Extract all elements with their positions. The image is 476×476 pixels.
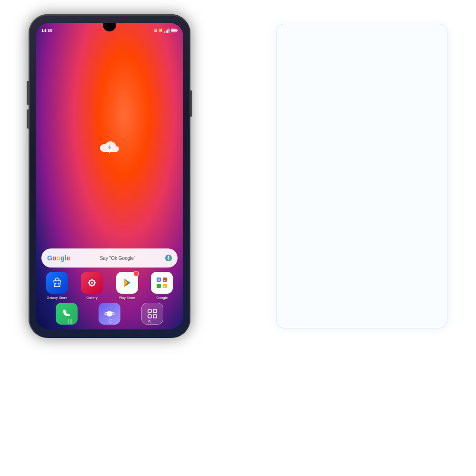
- gallery-app[interactable]: Gallery: [78, 272, 106, 300]
- svg-point-14: [91, 285, 93, 287]
- wifi-icon: 📶: [159, 29, 163, 32]
- phone: 14:50 🖼 📶: [29, 14, 190, 338]
- galaxy-store-icon[interactable]: [46, 272, 68, 294]
- cloud-icon: +: [99, 139, 120, 157]
- svg-point-12: [91, 282, 93, 284]
- svg-point-13: [91, 279, 93, 281]
- back-button[interactable]: <: [148, 317, 152, 325]
- svg-rect-2: [177, 30, 178, 31]
- gallery-label: Gallery: [86, 296, 98, 300]
- svg-text:▶: ▶: [164, 279, 166, 282]
- power-button[interactable]: [190, 90, 192, 117]
- svg-point-17: [89, 280, 91, 282]
- app-row-1: Galaxy Store: [36, 272, 183, 300]
- google-label: Google: [156, 296, 168, 300]
- chevron-up-icon[interactable]: [105, 248, 114, 256]
- svg-rect-6: [168, 256, 169, 258]
- volume-up-button[interactable]: [27, 81, 29, 105]
- google-icon[interactable]: G ▶ 📍 ▶: [151, 272, 173, 294]
- google-app[interactable]: G ▶ 📍 ▶ Google: [148, 272, 176, 300]
- battery-icon: [171, 29, 178, 32]
- recent-apps-button[interactable]: |||: [68, 318, 73, 324]
- signal-icon: [164, 29, 169, 33]
- nav-bar: ||| ○ <: [36, 312, 183, 329]
- svg-point-19: [89, 284, 91, 286]
- svg-text:G: G: [159, 279, 160, 282]
- svg-text:+: +: [108, 143, 111, 151]
- galaxy-store-app[interactable]: Galaxy Store: [43, 272, 71, 300]
- svg-text:▶: ▶: [164, 285, 166, 288]
- galaxy-store-label: Galaxy Store: [47, 296, 67, 300]
- volume-down-button[interactable]: [27, 109, 29, 129]
- svg-point-16: [94, 282, 96, 284]
- play-store-icon[interactable]: [116, 272, 138, 294]
- svg-point-10: [58, 283, 59, 285]
- mic-icon[interactable]: [165, 255, 172, 261]
- play-store-app[interactable]: Play Store: [113, 272, 141, 300]
- home-button[interactable]: ○: [108, 317, 113, 325]
- svg-point-9: [55, 283, 56, 285]
- scene: 14:50 🖼 📶: [0, 0, 476, 476]
- phone-body: 14:50 🖼 📶: [29, 14, 190, 338]
- status-time: 14:50: [41, 28, 52, 33]
- play-store-badge: [133, 271, 139, 277]
- status-icons: 🖼 📶: [154, 29, 178, 33]
- svg-point-18: [93, 280, 95, 282]
- svg-rect-1: [171, 30, 176, 31]
- cloud-widget[interactable]: +: [99, 139, 120, 157]
- screen: 14:50 🖼 📶: [36, 23, 183, 329]
- svg-point-20: [93, 284, 95, 286]
- gallery-icon[interactable]: [81, 272, 103, 294]
- photo-icon: 🖼: [154, 29, 157, 32]
- glass-protector: [276, 24, 447, 328]
- svg-text:📍: 📍: [158, 286, 160, 288]
- google-logo: Google: [47, 254, 70, 262]
- search-placeholder: Say "Ok Google": [74, 256, 161, 261]
- play-store-label: Play Store: [119, 296, 135, 300]
- svg-point-15: [88, 282, 90, 284]
